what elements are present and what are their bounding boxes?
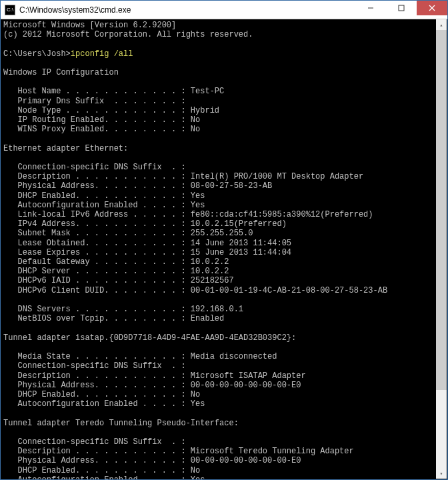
eth-linklocal-ipv6: Link-local IPv6 Address . . . . . : fe80…	[3, 210, 373, 219]
eth-dhcpv6-duid: DHCPv6 Client DUID. . . . . . . . : 00-0…	[3, 286, 387, 295]
section-teredo: Tunnel adapter Teredo Tunneling Pseudo-I…	[3, 419, 239, 428]
maximize-button[interactable]	[386, 1, 417, 15]
minimize-icon	[367, 5, 374, 11]
teredo-auto: Autoconfiguration Enabled . . . . : Yes	[3, 475, 205, 479]
cmd-icon: C:\	[5, 5, 15, 15]
winip-wins: WINS Proxy Enabled. . . . . . . . : No	[3, 125, 200, 134]
section-ethernet: Ethernet adapter Ethernet:	[3, 144, 128, 153]
isatap-dhcp: DHCP Enabled. . . . . . . . . . . : No	[3, 390, 200, 399]
scrollbar-thumb[interactable]	[436, 30, 447, 390]
teredo-csd: Connection-specific DNS Suffix . :	[3, 437, 186, 447]
scroll-down-button[interactable]: ▾	[436, 468, 447, 479]
winip-host: Host Name . . . . . . . . . . . . : Test…	[3, 87, 224, 96]
window-title: C:\Windows\system32\cmd.exe	[19, 5, 131, 15]
winip-ntype: Node Type . . . . . . . . . . . . : Hybr…	[3, 106, 219, 115]
isatap-auto: Autoconfiguration Enabled . . . . : Yes	[3, 399, 205, 409]
terminal-output[interactable]: Microsoft Windows [Version 6.2.9200] (c)…	[1, 19, 447, 479]
teredo-phys: Physical Address. . . . . . . . . : 00-0…	[3, 456, 301, 465]
teredo-desc: Description . . . . . . . . . . . : Micr…	[3, 447, 354, 456]
window-buttons	[355, 1, 447, 19]
eth-phys: Physical Address. . . . . . . . . : 08-0…	[3, 181, 272, 191]
eth-dhcp-server: DHCP Server . . . . . . . . . . . : 10.0…	[3, 267, 229, 276]
eth-dns: DNS Servers . . . . . . . . . . . : 192.…	[3, 305, 243, 314]
eth-default-gateway: Default Gateway . . . . . . . . . : 10.0…	[3, 257, 229, 267]
eth-subnet: Subnet Mask . . . . . . . . . . . : 255.…	[3, 229, 253, 238]
prompt-path: C:\Users\Josh>	[3, 49, 71, 59]
winip-iprouting: IP Routing Enabled. . . . . . . . : No	[3, 115, 200, 125]
isatap-media: Media State . . . . . . . . . . . : Medi…	[3, 352, 277, 361]
eth-lease-expires: Lease Expires . . . . . . . . . . : 15 J…	[3, 248, 291, 257]
banner-line1: Microsoft Windows [Version 6.2.9200]	[3, 21, 176, 30]
isatap-desc: Description . . . . . . . . . . . : Micr…	[3, 371, 306, 381]
eth-netbios: NetBIOS over Tcpip. . . . . . . . : Enab…	[3, 314, 224, 323]
chevron-up-icon: ▴	[440, 22, 443, 28]
scroll-up-button[interactable]: ▴	[436, 19, 447, 30]
winip-pdns: Primary Dns Suffix . . . . . . . :	[3, 97, 186, 106]
titlebar[interactable]: C:\ C:\Windows\system32\cmd.exe	[1, 1, 447, 19]
banner-line2: (c) 2012 Microsoft Corporation. All righ…	[3, 30, 253, 39]
maximize-icon	[398, 5, 405, 11]
isatap-phys: Physical Address. . . . . . . . . : 00-0…	[3, 381, 301, 390]
eth-csd: Connection-specific DNS Suffix . :	[3, 163, 186, 172]
eth-desc: Description . . . . . . . . . . . : Inte…	[3, 172, 363, 181]
eth-dhcp: DHCP Enabled. . . . . . . . . . . : Yes	[3, 191, 205, 201]
vertical-scrollbar[interactable]: ▴ ▾	[436, 19, 447, 479]
title-left: C:\ C:\Windows\system32\cmd.exe	[1, 5, 131, 15]
eth-ipv4: IPv4 Address. . . . . . . . . . . : 10.0…	[3, 219, 287, 229]
teredo-dhcp: DHCP Enabled. . . . . . . . . . . : No	[3, 466, 200, 475]
chevron-down-icon: ▾	[440, 471, 443, 477]
isatap-csd: Connection-specific DNS Suffix . :	[3, 361, 186, 371]
eth-lease-obtained: Lease Obtained. . . . . . . . . . : 14 J…	[3, 239, 291, 248]
section-winip: Windows IP Configuration	[3, 68, 119, 77]
eth-dhcpv6-iaid: DHCPv6 IAID . . . . . . . . . . . : 2521…	[3, 276, 234, 285]
cmd-window: C:\ C:\Windows\system32\cmd.exe Microsof…	[0, 0, 448, 480]
minimize-button[interactable]	[355, 1, 386, 15]
section-isatap: Tunnel adapter isatap.{0D9D7718-A4D9-4FA…	[3, 333, 296, 343]
command-text: ipconfig /all	[71, 49, 133, 59]
close-icon	[429, 5, 435, 11]
eth-auto: Autoconfiguration Enabled . . . . : Yes	[3, 201, 205, 210]
svg-rect-1	[399, 5, 404, 11]
close-button[interactable]	[417, 1, 447, 15]
